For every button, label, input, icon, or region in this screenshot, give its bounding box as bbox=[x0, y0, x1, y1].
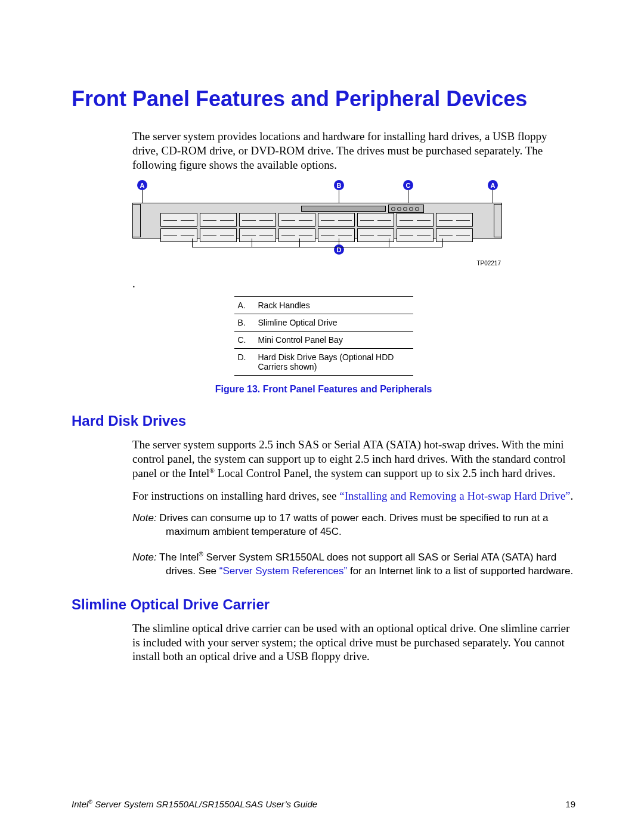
lead-d-h bbox=[192, 247, 442, 247]
lead-b bbox=[339, 190, 339, 203]
section-title-optical: Slimline Optical Drive Carrier bbox=[72, 596, 575, 613]
lead-d5 bbox=[389, 239, 389, 247]
callout-B: B bbox=[334, 180, 344, 190]
lead-a-right bbox=[493, 190, 493, 203]
note-2: Note: The Intel® Server System SR1550AL … bbox=[132, 550, 575, 578]
chassis bbox=[132, 203, 502, 239]
legend-text: Slimline Optical Drive bbox=[255, 314, 413, 332]
optical-paragraph: The slimline optical drive carrier can b… bbox=[132, 621, 575, 664]
lead-d3 bbox=[299, 239, 300, 247]
registered-mark: ® bbox=[199, 551, 203, 558]
intro-paragraph: The server system provides locations and… bbox=[132, 129, 575, 172]
legend-text: Mini Control Panel Bay bbox=[255, 332, 413, 349]
registered-mark: ® bbox=[88, 799, 92, 805]
intro-block: The server system provides locations and… bbox=[132, 129, 575, 172]
footer-title: Intel® Server System SR1550AL/SR1550ALSA… bbox=[72, 799, 317, 809]
legend-letter: C. bbox=[234, 332, 255, 349]
front-panel-diagram: A B C A D bbox=[132, 180, 502, 258]
legend-row: D.Hard Disk Drive Bays (Optional HDD Car… bbox=[234, 349, 413, 376]
link-references[interactable]: “Server System References” bbox=[219, 565, 347, 577]
optical-drive bbox=[301, 206, 386, 212]
figure-legend: A.Rack Handles B.Slimline Optical Drive … bbox=[234, 296, 413, 376]
hdd-paragraph-1: The server system supports 2.5 inch SAS … bbox=[132, 438, 575, 481]
lead-d1 bbox=[192, 239, 193, 247]
legend-row: A.Rack Handles bbox=[234, 297, 413, 314]
hdd-block: The server system supports 2.5 inch SAS … bbox=[132, 438, 575, 503]
figure-13: A B C A D bbox=[132, 180, 502, 267]
legend-row: C.Mini Control Panel Bay bbox=[234, 332, 413, 349]
control-panel bbox=[388, 205, 424, 213]
hdd-paragraph-2: For instructions on installing hard driv… bbox=[132, 489, 575, 503]
page-footer: Intel® Server System SR1550AL/SR1550ALSA… bbox=[72, 799, 575, 809]
figure-id: TP02217 bbox=[132, 260, 502, 267]
legend-letter: D. bbox=[234, 349, 255, 376]
legend-letter: B. bbox=[234, 314, 255, 332]
note-1: Note: Drives can consume up to 17 watts … bbox=[132, 512, 575, 539]
callout-C: C bbox=[403, 180, 413, 190]
legend-row: B.Slimline Optical Drive bbox=[234, 314, 413, 332]
legend-text: Hard Disk Drive Bays (Optional HDD Carri… bbox=[255, 349, 413, 376]
note-label: Note: bbox=[132, 512, 157, 524]
link-hot-swap[interactable]: “Installing and Removing a Hot-swap Hard… bbox=[339, 490, 570, 502]
registered-mark: ® bbox=[209, 467, 215, 474]
note-label: Note: bbox=[132, 552, 157, 563]
figure-dot: . bbox=[132, 277, 575, 290]
figure-caption: Figure 13. Front Panel Features and Peri… bbox=[72, 384, 575, 395]
section-title-hdd: Hard Disk Drives bbox=[72, 413, 575, 429]
lead-a-left bbox=[142, 190, 143, 203]
document-page: Front Panel Features and Peripheral Devi… bbox=[0, 0, 644, 833]
callout-A-left: A bbox=[137, 180, 147, 190]
rack-handle-right bbox=[494, 204, 502, 237]
page-title: Front Panel Features and Peripheral Devi… bbox=[72, 86, 575, 112]
legend-letter: A. bbox=[234, 297, 255, 314]
lead-d4 bbox=[339, 239, 339, 249]
optical-block: The slimline optical drive carrier can b… bbox=[132, 621, 575, 664]
rack-handle-left bbox=[132, 204, 141, 237]
lead-d6 bbox=[442, 239, 443, 247]
notes-block: Note: Drives can consume up to 17 watts … bbox=[132, 512, 575, 578]
lead-d2 bbox=[252, 239, 252, 247]
footer-page-number: 19 bbox=[565, 799, 575, 809]
legend-text: Rack Handles bbox=[255, 297, 413, 314]
callout-A-right: A bbox=[488, 180, 498, 190]
lead-c bbox=[408, 190, 408, 203]
